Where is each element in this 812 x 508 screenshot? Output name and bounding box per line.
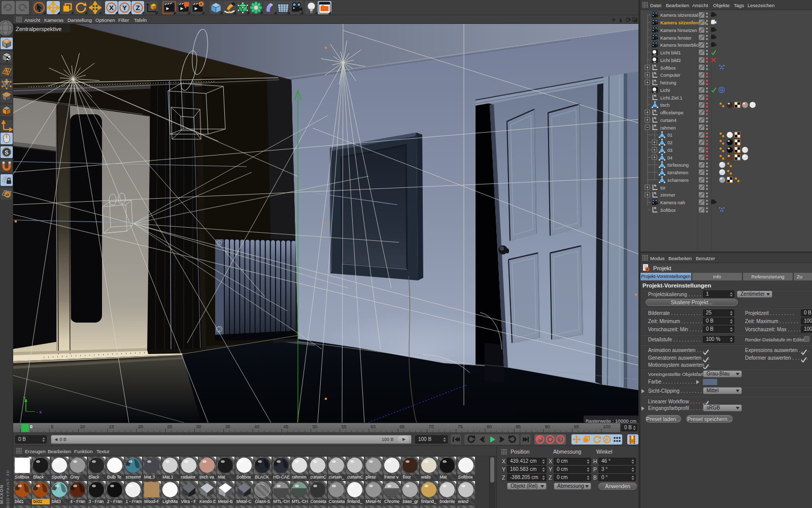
svg-text:officelampe: officelampe [660, 110, 684, 115]
svg-text:0: 0 [655, 65, 657, 68]
svg-text:Licht: Licht [660, 88, 670, 93]
svg-text:95: 95 [574, 424, 579, 429]
svg-text:0: 0 [655, 124, 657, 128]
svg-text:10: 10 [80, 424, 85, 429]
svg-text:35: 35 [225, 424, 230, 429]
svg-text:türfassung: türfassung [667, 163, 689, 168]
svg-text:scharniere: scharniere [667, 178, 689, 183]
svg-text:55: 55 [342, 424, 347, 429]
svg-text:- x: - x [37, 409, 42, 415]
svg-text:75: 75 [458, 424, 463, 429]
svg-text:45: 45 [283, 424, 288, 429]
svg-text:türrahmen: türrahmen [667, 170, 688, 175]
svg-text:0: 0 [655, 192, 657, 195]
svg-text:Y: Y [122, 4, 127, 12]
svg-text:?: ? [559, 436, 562, 442]
svg-text:04: 04 [667, 155, 672, 161]
svg-text:60: 60 [370, 424, 376, 429]
svg-text:heizung: heizung [660, 80, 676, 85]
svg-text:Kamera sitzentotal: Kamera sitzentotal [660, 13, 698, 18]
svg-text:Softbox: Softbox [660, 208, 676, 213]
svg-text:P: P [605, 437, 608, 442]
svg-text:25: 25 [167, 424, 172, 429]
svg-text:90: 90 [545, 424, 550, 429]
svg-text:S: S [5, 149, 8, 155]
svg-text:Kamera fensterblick: Kamera fensterblick [660, 43, 701, 48]
svg-text:0: 0 [655, 72, 657, 75]
svg-text:0: 0 [655, 184, 657, 187]
svg-text:70: 70 [429, 424, 434, 429]
svg-text:curtain4: curtain4 [660, 118, 676, 123]
svg-text:40: 40 [254, 424, 259, 429]
svg-text:Softbox: Softbox [660, 66, 676, 71]
svg-text:02: 02 [667, 140, 672, 145]
svg-text:30: 30 [196, 424, 201, 429]
svg-text:0: 0 [655, 117, 657, 120]
svg-text:zimmer: zimmer [660, 193, 675, 198]
svg-text:03: 03 [667, 148, 672, 153]
svg-text:20: 20 [138, 424, 143, 429]
svg-text:Computer: Computer [660, 73, 681, 78]
svg-text:Z: Z [136, 4, 140, 12]
svg-text:Kamera hinsetzen: Kamera hinsetzen [660, 28, 697, 33]
svg-text:rahmen: rahmen [660, 125, 676, 131]
svg-text:tür: tür [660, 185, 666, 190]
svg-text:Kamera fenster: Kamera fenster [660, 36, 692, 41]
svg-text:X: X [109, 4, 114, 12]
svg-text:Licht.Ziel.1: Licht.Ziel.1 [660, 96, 683, 101]
svg-text:50: 50 [313, 424, 318, 429]
svg-text:0: 0 [655, 207, 657, 210]
svg-text:01: 01 [667, 133, 672, 138]
svg-text:0: 0 [655, 110, 657, 113]
svg-text:Licht bild2: Licht bild2 [660, 58, 681, 63]
svg-text:tisch: tisch [660, 103, 670, 108]
svg-text:Y: Y [23, 396, 26, 401]
svg-text:15: 15 [109, 424, 114, 429]
svg-text:100: 100 [603, 424, 611, 429]
svg-text:65: 65 [399, 424, 404, 429]
svg-text:0: 0 [655, 80, 657, 83]
svg-text:Licht bild1: Licht bild1 [660, 50, 681, 55]
svg-text:0: 0 [30, 424, 32, 429]
svg-text:5: 5 [51, 424, 53, 429]
svg-text:80: 80 [487, 424, 492, 429]
svg-text:85: 85 [516, 424, 521, 429]
svg-text:0: 0 [655, 94, 657, 98]
svg-text:Kamera nah: Kamera nah [660, 200, 685, 205]
